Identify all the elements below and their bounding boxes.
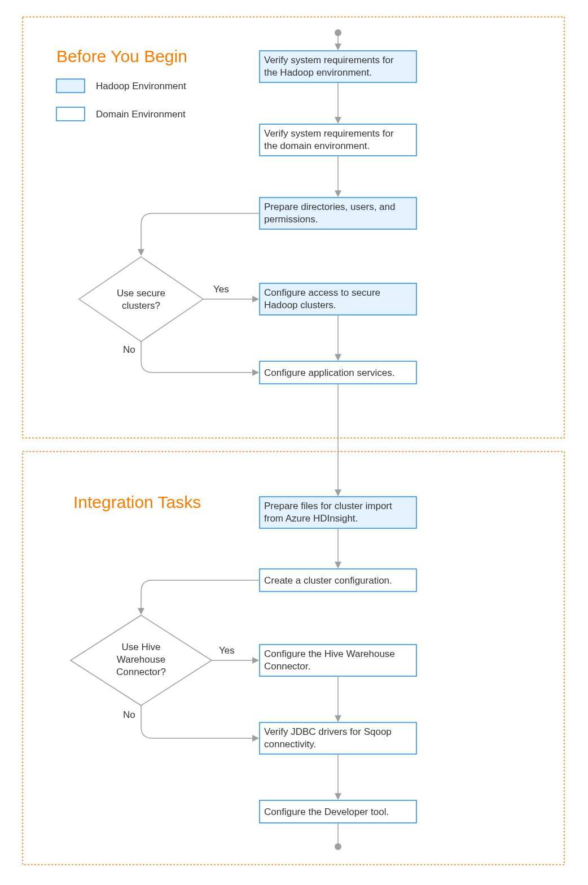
box-prepare-dirs-line1: Prepare directories, users, and <box>264 201 395 212</box>
edge-label-no-2: No <box>123 709 135 720</box>
box-prepare-cluster-import-line1: Prepare files for cluster import <box>264 501 392 511</box>
connector-no <box>141 341 258 373</box>
box-configure-secure-hadoop-line2: Hadoop clusters. <box>264 300 336 310</box>
decision-secure-clusters-line2: clusters? <box>122 300 160 311</box>
box-verify-domain-reqs-line1: Verify system requirements for <box>264 128 394 139</box>
section-before-title: Before You Begin <box>56 47 187 65</box>
section-integration-title: Integration Tasks <box>73 493 201 511</box>
box-prepare-cluster-import-line2: from Azure HDInsight. <box>264 513 358 524</box>
legend-label-hadoop: Hadoop Environment <box>96 81 186 91</box>
legend-swatch-domain <box>56 107 85 121</box>
box-verify-jdbc-sqoop-line2: connectivity. <box>264 739 316 750</box>
edge-label-yes-1: Yes <box>213 284 229 295</box>
box-create-cluster-config-text: Create a cluster configuration. <box>264 575 392 586</box>
decision-hive-wh-line2: Warehouse <box>117 654 165 665</box>
box-configure-hive-connector-line2: Connector. <box>264 661 310 672</box>
box-configure-hive-connector-line1: Configure the Hive Warehouse <box>264 649 395 659</box>
box-configure-secure-hadoop-line1: Configure access to secure <box>264 287 380 298</box>
box-configure-app-services-text: Configure application services. <box>264 367 395 378</box>
connector <box>141 213 260 255</box>
connector-no-2 <box>141 706 258 738</box>
edge-label-no-1: No <box>123 344 135 355</box>
box-verify-domain-reqs-line2: the domain environment. <box>264 141 370 151</box>
legend-swatch-hadoop <box>56 79 85 93</box>
edge-label-yes-2: Yes <box>219 645 235 656</box>
start-node <box>335 29 341 36</box>
decision-hive-wh-line3: Connector? <box>116 667 166 677</box>
box-verify-hadoop-reqs-line1: Verify system requirements for <box>264 55 394 65</box>
decision-secure-clusters-line1: Use secure <box>117 288 165 299</box>
decision-secure-clusters <box>79 257 203 341</box>
box-verify-jdbc-sqoop-line1: Verify JDBC drivers for Sqoop <box>264 726 392 737</box>
end-node <box>335 843 341 850</box>
connector <box>141 580 260 614</box>
box-prepare-dirs-line2: permissions. <box>264 214 318 225</box>
box-verify-hadoop-reqs-line2: the Hadoop environment. <box>264 67 372 78</box>
box-configure-developer-tool-text: Configure the Developer tool. <box>264 807 389 817</box>
legend-label-domain: Domain Environment <box>96 109 186 120</box>
decision-hive-wh-line1: Use Hive <box>122 642 161 652</box>
